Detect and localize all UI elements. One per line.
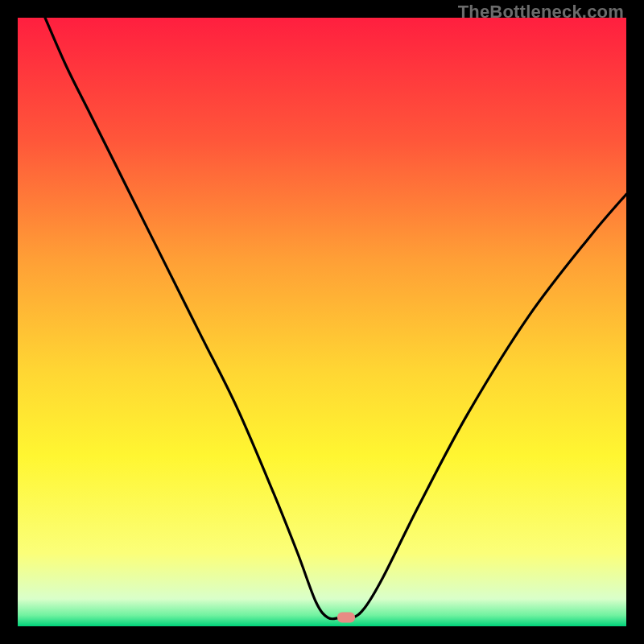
watermark-label: TheBottleneck.com	[458, 2, 624, 23]
bottleneck-chart	[18, 18, 626, 626]
minimum-marker	[337, 613, 355, 623]
chart-curve	[18, 18, 626, 626]
